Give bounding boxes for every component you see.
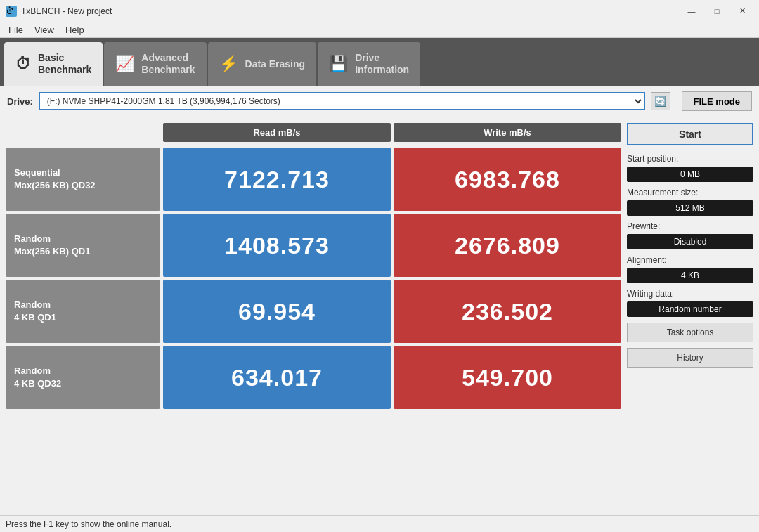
write-value-random-4k-qd32: 549.700 xyxy=(394,346,621,409)
tab-advanced-benchmark[interactable]: 📈 AdvancedBenchmark xyxy=(104,42,206,86)
task-label-random-256: RandomMax(256 KB) QD1 xyxy=(6,214,160,277)
start-position-label: Start position: xyxy=(627,154,753,164)
col-header-write: Write mB/s xyxy=(394,123,621,142)
minimize-button[interactable]: — xyxy=(680,4,703,18)
data-erasing-icon: ⚡ xyxy=(219,55,238,73)
advanced-benchmark-icon: 📈 xyxy=(115,55,134,73)
menu-file[interactable]: File xyxy=(3,23,29,37)
task-label-random-4k-qd32: Random4 KB QD32 xyxy=(6,346,160,409)
prewrite-label: Prewrite: xyxy=(627,221,753,231)
read-value-sequential: 7122.713 xyxy=(163,148,391,211)
drive-refresh-button[interactable]: 🔄 xyxy=(651,92,670,110)
task-options-button[interactable]: Task options xyxy=(627,323,753,342)
read-value-random-4k-qd1: 69.954 xyxy=(163,280,391,343)
task-label-random-4k-qd1: Random4 KB QD1 xyxy=(6,280,160,343)
drive-label: Drive: xyxy=(7,96,33,107)
statusbar: Press the F1 key to show the online manu… xyxy=(0,515,759,532)
maximize-button[interactable]: □ xyxy=(706,4,728,18)
write-value-sequential: 6983.768 xyxy=(394,148,621,211)
measurement-size-value: 512 MB xyxy=(627,200,753,216)
benchmark-panel: Read mB/s Write mB/s SequentialMax(256 K… xyxy=(6,123,621,510)
read-value-random-256: 1408.573 xyxy=(163,214,391,277)
prewrite-value: Disabled xyxy=(627,234,753,249)
basic-benchmark-icon: ⏱ xyxy=(15,55,31,73)
tab-drive-information-label: DriveInformation xyxy=(355,52,409,76)
app-icon: ⏱ xyxy=(6,6,17,17)
start-position-value: 0 MB xyxy=(627,167,753,182)
main-content: Drive: (F:) NVMe SHPP41-2000GM 1.81 TB (… xyxy=(0,86,759,532)
menubar: File View Help xyxy=(0,22,759,38)
window-controls: — □ ✕ xyxy=(680,4,753,18)
alignment-label: Alignment: xyxy=(627,255,753,265)
tab-advanced-benchmark-label: AdvancedBenchmark xyxy=(141,52,195,76)
tabbar: ⏱ BasicBenchmark 📈 AdvancedBenchmark ⚡ D… xyxy=(0,38,759,86)
bench-row-random-4k-qd32: Random4 KB QD32 634.017 549.700 xyxy=(6,346,621,409)
titlebar: ⏱ TxBENCH - New project — □ ✕ xyxy=(0,0,759,22)
tab-data-erasing[interactable]: ⚡ Data Erasing xyxy=(208,42,317,86)
tab-basic-benchmark[interactable]: ⏱ BasicBenchmark xyxy=(4,42,103,86)
close-button[interactable]: ✕ xyxy=(731,4,753,18)
menu-view[interactable]: View xyxy=(29,23,60,37)
bench-row-random-4k-qd1: Random4 KB QD1 69.954 236.502 xyxy=(6,280,621,343)
content-area: Read mB/s Write mB/s SequentialMax(256 K… xyxy=(0,117,759,515)
write-value-random-4k-qd1: 236.502 xyxy=(394,280,621,343)
col-header-read: Read mB/s xyxy=(163,123,391,142)
drive-information-icon: 💾 xyxy=(329,55,348,73)
start-button[interactable]: Start xyxy=(627,123,753,145)
write-value-random-256: 2676.809 xyxy=(394,214,621,277)
col-header-task xyxy=(6,123,160,142)
drive-row: Drive: (F:) NVMe SHPP41-2000GM 1.81 TB (… xyxy=(0,86,759,117)
right-panel: Start Start position: 0 MB Measurement s… xyxy=(627,123,753,510)
writing-data-label: Writing data: xyxy=(627,289,753,299)
drive-select[interactable]: (F:) NVMe SHPP41-2000GM 1.81 TB (3,906,9… xyxy=(39,92,645,110)
read-value-random-4k-qd32: 634.017 xyxy=(163,346,391,409)
tab-basic-benchmark-label: BasicBenchmark xyxy=(38,52,91,76)
window-title: TxBENCH - New project xyxy=(21,6,680,16)
bench-row-sequential: SequentialMax(256 KB) QD32 7122.713 6983… xyxy=(6,148,621,211)
writing-data-value: Random number xyxy=(627,301,753,317)
tab-data-erasing-label: Data Erasing xyxy=(245,58,306,70)
alignment-value: 4 KB xyxy=(627,268,753,283)
menu-help[interactable]: Help xyxy=(60,23,90,37)
bench-row-random-256: RandomMax(256 KB) QD1 1408.573 2676.809 xyxy=(6,214,621,277)
table-header: Read mB/s Write mB/s xyxy=(6,123,621,142)
file-mode-button[interactable]: FILE mode xyxy=(682,91,752,111)
history-button[interactable]: History xyxy=(627,348,753,368)
tab-drive-information[interactable]: 💾 DriveInformation xyxy=(318,42,420,86)
task-label-sequential: SequentialMax(256 KB) QD32 xyxy=(6,148,160,211)
status-text: Press the F1 key to show the online manu… xyxy=(6,519,171,529)
measurement-size-label: Measurement size: xyxy=(627,188,753,197)
